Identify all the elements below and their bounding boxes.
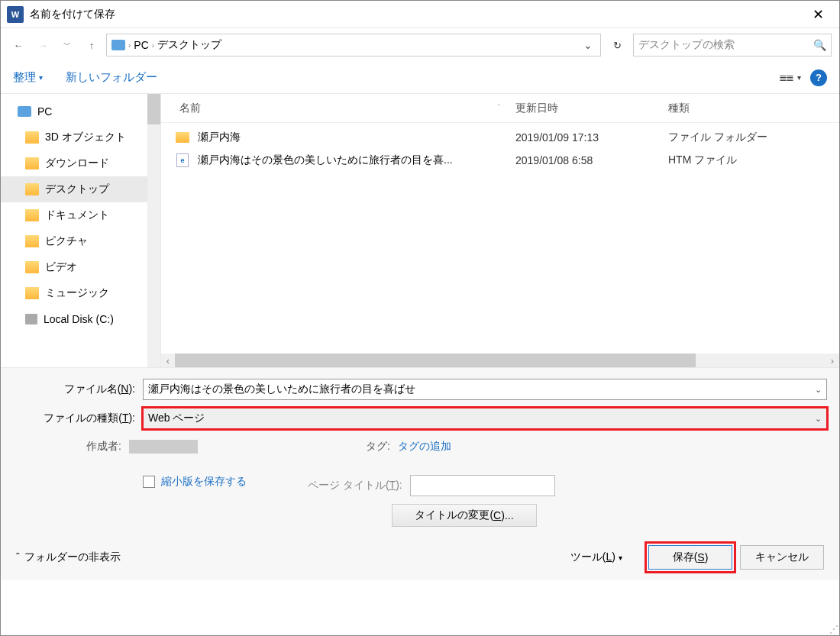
folder-tree: PC 3D オブジェクト ダウンロード デスクトップ ドキュメント ピクチャ ビ… [1,94,161,367]
chevron-down-icon[interactable]: ⌄ [815,414,822,424]
tree-3d-objects[interactable]: 3D オブジェクト [1,124,160,150]
tree-documents[interactable]: ドキュメント [1,202,160,228]
file-name: 瀬戸内海 [198,131,515,144]
chevron-down-icon[interactable]: ⌄ [815,385,822,395]
tree-downloads[interactable]: ダウンロード [1,150,160,176]
breadcrumb-desktop[interactable]: デスクトップ [157,38,221,52]
title-bar: W 名前を付けて保存 ✕ [1,1,839,28]
file-row[interactable]: 瀬戸内海 2019/01/09 17:13 ファイル フォルダー [161,126,839,149]
save-button[interactable]: 保存(S) [648,545,732,570]
tree-music[interactable]: ミュージック [1,280,160,306]
change-title-button[interactable]: タイトルの変更(C)... [392,504,537,527]
folder-icon [25,261,39,273]
author-label: 作成者: [86,440,129,454]
breadcrumb-bar[interactable]: › PC › デスクトップ ⌄ [106,34,601,56]
file-type: HTM ファイル [668,153,839,167]
resize-grip-icon[interactable]: ⋰ [829,624,838,634]
forward-button[interactable]: → [33,35,53,55]
chevron-up-icon: ˆ [16,551,20,563]
page-title-input[interactable] [410,475,555,496]
help-button[interactable]: ? [810,69,827,86]
file-date: 2019/01/09 17:13 [515,131,668,144]
breadcrumb-dropdown-icon[interactable]: ⌄ [583,39,596,51]
tree-videos[interactable]: ビデオ [1,254,160,280]
search-icon: 🔍 [813,39,826,51]
save-thumbnail-label: 縮小版を保存する [161,475,247,489]
scroll-left-icon[interactable]: ‹ [161,354,175,367]
back-button[interactable]: ← [8,35,28,55]
footer: ˆ フォルダーの非表示 ツール(L)▾ 保存(S) キャンセル ⋰ [1,534,839,580]
disk-icon [25,314,37,324]
window-title: 名前を付けて保存 [30,8,115,21]
recent-dropdown[interactable]: ﹀ [57,35,77,55]
page-title-label: ページ タイトル(T): [308,479,402,492]
view-options-button[interactable]: ≣≣▾ [779,72,801,83]
up-button[interactable]: ↑ [82,35,102,55]
save-thumbnail-checkbox[interactable] [143,476,155,488]
file-name: 瀬戸内海はその景色の美しいために旅行者の目を喜... [198,153,515,167]
file-date: 2019/01/08 6:58 [515,154,668,166]
cancel-button[interactable]: キャンセル [740,545,824,570]
tools-menu[interactable]: ツール(L)▾ [570,550,622,564]
refresh-button[interactable]: ↻ [606,34,628,56]
tree-scrollbar[interactable] [147,94,160,367]
new-folder-button[interactable]: 新しいフォルダー [66,70,157,85]
folder-icon [175,132,190,143]
chevron-right-icon: › [128,41,131,50]
breadcrumb-pc[interactable]: PC [134,39,148,51]
sort-indicator-icon: ˆ [498,104,500,112]
search-input[interactable]: デスクトップの検索 🔍 [633,34,832,56]
author-value[interactable] [129,440,198,454]
tree-pc[interactable]: PC [1,98,160,124]
tag-label: タグ: [366,440,398,454]
filename-label: ファイル名(N): [13,383,143,396]
toolbar: 整理▾ 新しいフォルダー ≣≣▾ ? [1,62,839,94]
folder-icon [25,183,39,195]
tree-local-disk-c[interactable]: Local Disk (C:) [1,306,160,332]
pc-icon [18,106,31,117]
search-placeholder: デスクトップの検索 [638,38,735,52]
filetype-label: ファイルの種類(T): [13,412,143,425]
main-area: PC 3D オブジェクト ダウンロード デスクトップ ドキュメント ピクチャ ビ… [1,94,839,367]
file-list-pane: 名前ˆ 更新日時 種類 瀬戸内海 2019/01/09 17:13 ファイル フ… [161,94,839,367]
folder-icon [25,287,39,299]
horizontal-scrollbar[interactable]: ‹ › [161,354,839,367]
scroll-right-icon[interactable]: › [825,354,839,367]
column-type[interactable]: 種類 [668,102,839,115]
folder-icon [25,235,39,247]
word-icon: W [7,6,24,23]
close-button[interactable]: ✕ [803,3,833,26]
filetype-select[interactable]: Web ページ ⌄ [143,408,827,429]
column-date[interactable]: 更新日時 [515,102,668,115]
tree-desktop[interactable]: デスクトップ [1,176,160,202]
nav-row: ← → ﹀ ↑ › PC › デスクトップ ⌄ ↻ デスクトップの検索 🔍 [1,28,839,62]
filename-input[interactable]: 瀬戸内海はその景色の美しいために旅行者の目を喜ばせ ⌄ [143,379,827,400]
folder-icon [25,131,39,144]
file-header: 名前ˆ 更新日時 種類 [161,94,839,123]
folder-icon [25,209,39,221]
add-tag-link[interactable]: タグの追加 [398,440,451,454]
organize-button[interactable]: 整理▾ [13,70,43,85]
chevron-right-icon: › [152,41,154,50]
column-name[interactable]: 名前ˆ [179,102,515,115]
bottom-panel: ファイル名(N): 瀬戸内海はその景色の美しいために旅行者の目を喜ばせ ⌄ ファ… [1,367,839,534]
file-row[interactable]: e 瀬戸内海はその景色の美しいために旅行者の目を喜... 2019/01/08 … [161,149,839,172]
hide-folders-toggle[interactable]: ˆ フォルダーの非表示 [16,550,121,564]
html-file-icon: e [175,153,190,167]
pc-mini-icon [111,40,125,50]
tree-pictures[interactable]: ピクチャ [1,228,160,254]
file-type: ファイル フォルダー [668,131,839,144]
folder-icon [25,157,39,169]
